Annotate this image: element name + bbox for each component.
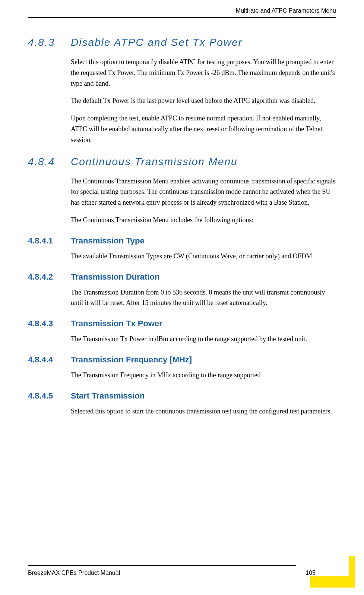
section: 4.8.3Disable ATPC and Set Tx PowerSelect… bbox=[28, 37, 336, 145]
body-paragraph: Upon completing the test, enable ATPC to… bbox=[71, 113, 336, 145]
section: 4.8.4.1Transmission TypeThe available Tr… bbox=[28, 236, 336, 262]
body-paragraph: The default Tx Power is the last power l… bbox=[71, 95, 336, 106]
section: 4.8.4.4Transmission Frequency [MHz]The T… bbox=[28, 355, 336, 381]
section: 4.8.4.2Transmission DurationThe Transmis… bbox=[28, 272, 336, 309]
body-paragraph: The available Transmission Types are CW … bbox=[71, 251, 336, 262]
page-number: 105 bbox=[306, 570, 316, 576]
footer-rule bbox=[28, 565, 296, 566]
body-paragraph: The Transmission Tx Power in dBm accordi… bbox=[71, 334, 336, 344]
section: 4.8.4.3Transmission Tx PowerThe Transmis… bbox=[28, 319, 336, 344]
section-body: The Continuous Transmission Menu enables… bbox=[71, 176, 336, 226]
section-heading-major: 4.8.4Continuous Transmission Menu bbox=[28, 156, 336, 168]
accent-mark bbox=[310, 576, 355, 588]
section-number: 4.8.4.2 bbox=[28, 272, 71, 282]
section-heading-minor: 4.8.4.4Transmission Frequency [MHz] bbox=[28, 355, 336, 365]
section-number: 4.8.4.4 bbox=[28, 355, 71, 365]
section-title: Transmission Tx Power bbox=[71, 319, 162, 328]
body-paragraph: The Continuous Transmission Menu include… bbox=[71, 215, 336, 226]
section-body: The available Transmission Types are CW … bbox=[71, 251, 336, 262]
section-title: Start Transmission bbox=[71, 391, 145, 401]
section-heading-minor: 4.8.4.2Transmission Duration bbox=[28, 272, 336, 282]
body-paragraph: Select this option to temporarily disabl… bbox=[71, 57, 336, 89]
page-header: Multirate and ATPC Parameters Menu bbox=[28, 7, 336, 18]
section-heading-minor: 4.8.4.5Start Transmission bbox=[28, 391, 336, 401]
section-number: 4.8.4.1 bbox=[28, 236, 71, 246]
section-title: Transmission Frequency [MHz] bbox=[71, 355, 192, 365]
section: 4.8.4Continuous Transmission MenuThe Con… bbox=[28, 156, 336, 226]
section-number: 4.8.4.5 bbox=[28, 391, 71, 401]
body-paragraph: The Transmission Duration from 0 to 536 … bbox=[71, 287, 336, 309]
section-heading-major: 4.8.3Disable ATPC and Set Tx Power bbox=[28, 37, 336, 48]
section-body: The Transmission Tx Power in dBm accordi… bbox=[71, 334, 336, 344]
section-title: Continuous Transmission Menu bbox=[71, 156, 238, 168]
page-content: 4.8.3Disable ATPC and Set Tx PowerSelect… bbox=[28, 37, 336, 417]
body-paragraph: The Transmission Frequency in MHz accord… bbox=[71, 370, 336, 381]
header-text: Multirate and ATPC Parameters Menu bbox=[236, 7, 336, 14]
section-title: Transmission Duration bbox=[71, 272, 159, 282]
section-title: Transmission Type bbox=[71, 236, 145, 246]
section-title: Disable ATPC and Set Tx Power bbox=[71, 37, 243, 48]
section-body: Select this option to temporarily disabl… bbox=[71, 57, 336, 145]
body-paragraph: Selected this option to start the contin… bbox=[71, 406, 336, 417]
section-number: 4.8.3 bbox=[28, 37, 71, 48]
section-number: 4.8.4 bbox=[28, 156, 71, 168]
section-heading-minor: 4.8.4.1Transmission Type bbox=[28, 236, 336, 246]
page-footer: BreezeMAX CPEs Product Manual 105 bbox=[28, 565, 336, 576]
section-number: 4.8.4.3 bbox=[28, 319, 71, 328]
section-body: The Transmission Duration from 0 to 536 … bbox=[71, 287, 336, 309]
section-body: The Transmission Frequency in MHz accord… bbox=[71, 370, 336, 381]
section: 4.8.4.5Start TransmissionSelected this o… bbox=[28, 391, 336, 417]
footer-left: BreezeMAX CPEs Product Manual bbox=[28, 570, 120, 576]
body-paragraph: The Continuous Transmission Menu enables… bbox=[71, 176, 336, 208]
section-body: Selected this option to start the contin… bbox=[71, 406, 336, 417]
footer-row: BreezeMAX CPEs Product Manual 105 bbox=[28, 570, 336, 576]
section-heading-minor: 4.8.4.3Transmission Tx Power bbox=[28, 319, 336, 328]
